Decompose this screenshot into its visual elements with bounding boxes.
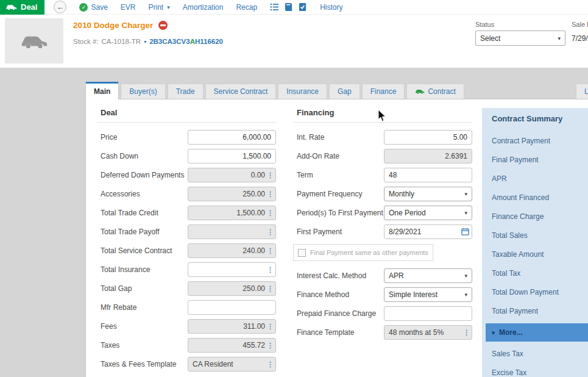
financing-section-title: Financing (293, 108, 472, 123)
int-rate-input[interactable] (384, 130, 472, 145)
total-gap-menu-icon[interactable]: ⋮ (267, 285, 274, 292)
save-check-icon: ✓ (79, 3, 88, 12)
mfr-rebate-input[interactable] (188, 300, 276, 315)
sale-date-value[interactable]: 7/29/2021 (572, 34, 588, 43)
total-trade-payoff-menu-icon[interactable]: ⋮ (267, 229, 274, 235)
finance-method-select[interactable]: Simple Interest▾ (384, 287, 472, 302)
total-service-contract-field: 240.00⋮ (188, 243, 276, 258)
prepaid-finance-charge-input[interactable] (384, 306, 472, 321)
sale-date-block: Sale Date 7/29/2021 (572, 21, 588, 43)
interest-calc-method-select[interactable]: APR▾ (384, 268, 472, 283)
price-input[interactable] (188, 130, 276, 145)
status-block: Status Select ▾ (475, 21, 565, 46)
final-payment-same-as-other-payments-checkbox[interactable] (298, 249, 306, 257)
payment-frequency-row: Payment FrequencyMonthly▾ (293, 187, 472, 201)
finance-template-label: Finance Template (293, 328, 384, 337)
taxes-field: 455.72⋮ (188, 338, 276, 353)
book-icon[interactable] (284, 2, 293, 12)
period-s-to-first-payment-select[interactable]: One Period▾ (384, 206, 472, 220)
term-input[interactable] (384, 168, 472, 182)
tab-lender[interactable]: Lender (576, 84, 588, 99)
summary-item-amount-financed: Amount Financed (492, 188, 588, 207)
tab-trade[interactable]: Trade (168, 84, 204, 99)
summary-item-total-payment: Total Payment (492, 302, 588, 321)
taxes-menu-icon[interactable]: ⋮ (267, 342, 274, 349)
prepaid-finance-charge-row: Prepaid Finance Charge (293, 306, 472, 321)
deferred-down-payments-field: 0.00⋮ (188, 168, 276, 182)
summary-item-final-payment: Final Payment (492, 151, 588, 170)
save-label: Save (91, 3, 107, 12)
total-trade-credit-menu-icon[interactable]: ⋮ (267, 210, 274, 217)
save-button[interactable]: ✓ Save (79, 3, 107, 12)
total-insurance-input[interactable] (188, 262, 276, 277)
status-label: Status (475, 21, 565, 28)
finance-method-label: Finance Method (293, 290, 384, 299)
tab-service-contract[interactable]: Service Contract (205, 84, 277, 99)
checklist-icon[interactable] (270, 2, 279, 12)
status-select[interactable]: Select ▾ (475, 31, 565, 46)
no-entry-icon[interactable] (158, 21, 168, 30)
vin-check-digit: A (190, 38, 195, 45)
more-button[interactable]: ▾ More... (486, 323, 588, 342)
tab-label: Lender (584, 87, 588, 96)
term-field (384, 168, 472, 182)
finance-template-menu-icon[interactable]: ⋮ (463, 329, 470, 336)
deal-section: Deal PriceCash DownDeferred Down Payment… (97, 108, 276, 376)
taxes-label: Taxes (97, 341, 188, 350)
payment-frequency-label: Payment Frequency (293, 190, 384, 198)
vehicle-photo-placeholder[interactable] (5, 18, 63, 63)
accessories-menu-icon[interactable]: ⋮ (267, 191, 274, 198)
fees-menu-icon[interactable]: ⋮ (267, 323, 274, 330)
evr-link[interactable]: EVR (121, 3, 136, 12)
final-payment-same-as-other-payments-label: Final Payment same as other payments (310, 249, 428, 256)
bullet-icon: • (144, 38, 146, 45)
total-service-contract-menu-icon[interactable]: ⋮ (267, 248, 274, 254)
total-service-contract-label: Total Service Contract (97, 246, 188, 255)
finance-method-selected-value: Simple Interest (389, 290, 437, 299)
finance-template-field: 48 months at 5%⋮ (384, 325, 472, 340)
fees-row: Fees311.00⋮ (97, 319, 276, 334)
period-s-to-first-payment-label: Period(s) To First Payment (293, 209, 384, 217)
tab-contract[interactable]: Contract (406, 84, 464, 99)
vehicle-title[interactable]: 2010 Dodge Charger (73, 21, 153, 30)
top-toolbar: Deal ← ✓ Save EVR Print ▾ Amortization R… (0, 0, 588, 15)
first-payment-input[interactable] (384, 224, 472, 239)
tab-label: Trade (176, 87, 195, 96)
taxes-row: Taxes455.72⋮ (97, 338, 276, 353)
deferred-down-payments-menu-icon[interactable]: ⋮ (267, 172, 274, 179)
deal-button[interactable]: Deal (0, 0, 44, 15)
payment-frequency-select[interactable]: Monthly▾ (384, 187, 472, 201)
price-row: Price (97, 130, 276, 145)
deferred-down-payments-label: Deferred Down Payments (97, 171, 188, 179)
page-check-icon[interactable] (298, 2, 307, 12)
car-icon (20, 33, 48, 49)
term-label: Term (293, 171, 384, 179)
vehicle-info: 2010 Dodge Charger Stock #: CA-1018-TR •… (73, 21, 223, 45)
calendar-icon[interactable] (461, 228, 469, 235)
total-insurance-menu-icon[interactable]: ⋮ (267, 267, 274, 273)
tab-finance[interactable]: Finance (362, 84, 405, 99)
total-trade-payoff-label: Total Trade Payoff (97, 228, 188, 236)
cash-down-input[interactable] (188, 149, 276, 163)
history-link[interactable]: History (320, 3, 342, 12)
chevron-down-icon: ▾ (492, 329, 495, 336)
taxes-fees-template-menu-icon[interactable]: ⋮ (267, 361, 274, 368)
total-gap-row: Total Gap250.00⋮ (97, 281, 276, 296)
tab-insurance[interactable]: Insurance (278, 84, 327, 99)
mfr-rebate-row: Mfr Rebate (97, 300, 276, 315)
history-label: History (320, 3, 342, 12)
fees-value: 311.00 (188, 319, 276, 334)
tab-main[interactable]: Main (85, 82, 119, 99)
back-button[interactable]: ← (54, 1, 66, 13)
amortization-link[interactable]: Amortization (183, 3, 224, 12)
print-menu-button[interactable]: Print ▾ (149, 3, 170, 12)
mfr-rebate-field (188, 300, 276, 315)
contract-summary-title: Contract Summary (492, 114, 588, 123)
tab-label: Main (94, 87, 110, 96)
tab-gap[interactable]: Gap (329, 84, 360, 99)
total-trade-payoff-row: Total Trade Payoff⋮ (97, 224, 276, 239)
recap-link[interactable]: Recap (236, 3, 257, 12)
tab-buyer-s[interactable]: Buyer(s) (121, 84, 165, 99)
taxes-fees-template-value: CA Resident (188, 357, 276, 372)
summary-item-total-down-payment: Total Down Payment (492, 283, 588, 302)
